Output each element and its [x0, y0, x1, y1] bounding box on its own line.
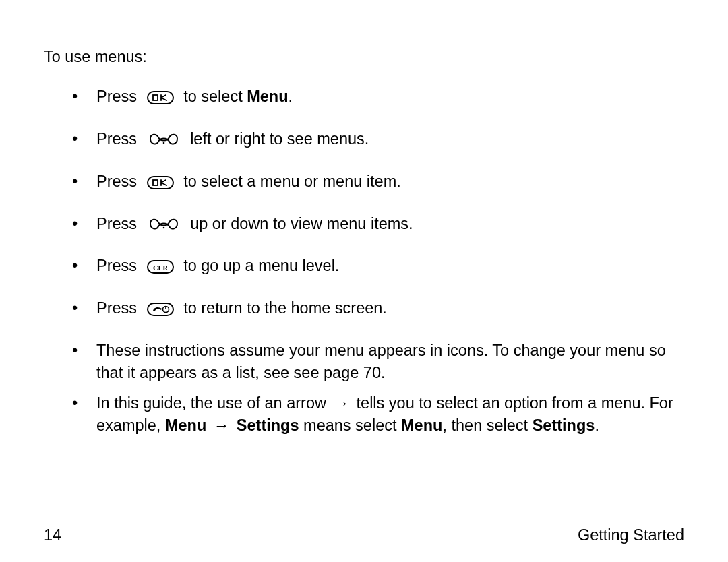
step-1-text-b: .: [289, 88, 293, 105]
arrow-note-b2: Settings: [237, 416, 299, 434]
press-label: Press: [96, 88, 137, 105]
svg-rect-5: [153, 180, 158, 185]
step-1-text-a: to select: [183, 88, 247, 105]
step-6-text: to return to the home screen.: [183, 299, 387, 317]
press-label: Press: [96, 257, 137, 274]
step-4: Press up or down to view menu items.: [72, 213, 684, 239]
press-label: Press: [96, 215, 137, 232]
arrow-note-p1: In this guide, the use of an arrow: [96, 394, 331, 412]
section-title: Getting Started: [578, 524, 684, 547]
page-number: 14: [44, 524, 61, 547]
arrow-note-b3: Menu: [401, 416, 442, 434]
nav-key-icon: [147, 131, 181, 154]
note-arrow: In this guide, the use of an arrow → tel…: [72, 392, 684, 437]
press-label: Press: [96, 299, 137, 317]
step-6: Press to return to the home screen.: [72, 297, 684, 323]
steps-list: Press to select Menu. Press left or righ…: [44, 86, 684, 437]
step-5-text: to go up a menu level.: [183, 257, 339, 274]
note-icons: These instructions assume your menu appe…: [72, 340, 684, 384]
nav-key-icon: [147, 216, 181, 239]
end-key-icon: [147, 301, 174, 323]
arrow-note-p4: means select: [299, 416, 402, 434]
arrow-note-p6: .: [595, 416, 599, 434]
svg-point-6: [162, 226, 164, 228]
step-2: Press left or right to see menus.: [72, 128, 684, 154]
svg-text:CLR: CLR: [153, 264, 169, 272]
arrow-note-p3: [206, 416, 211, 434]
svg-rect-2: [153, 95, 158, 100]
page-content: To use menus: Press to select Menu. Pres…: [0, 0, 728, 437]
step-5: Press CLR to go up a menu level.: [72, 255, 684, 281]
ok-key-icon: [147, 90, 174, 112]
ok-key-icon: [147, 175, 174, 197]
step-2-text: left or right to see menus.: [190, 130, 369, 148]
arrow-glyph-icon: →: [214, 414, 230, 437]
clr-key-icon: CLR: [147, 259, 174, 281]
press-label: Press: [96, 173, 137, 190]
svg-rect-1: [148, 92, 173, 104]
step-3: Press to select a menu or menu item.: [72, 170, 684, 197]
svg-point-3: [162, 142, 164, 144]
arrow-note-b1: Menu: [165, 416, 206, 434]
step-4-text: up or down to view menu items.: [190, 215, 413, 232]
arrow-note-p5: , then select: [442, 416, 532, 434]
arrow-note-b4: Settings: [533, 416, 595, 434]
step-1: Press to select Menu.: [72, 86, 684, 112]
intro-text: To use menus:: [44, 46, 684, 68]
press-label: Press: [96, 130, 137, 148]
note-icons-text: These instructions assume your menu appe…: [96, 342, 666, 381]
step-1-bold: Menu: [247, 88, 288, 105]
footer-rule: [44, 520, 684, 520]
step-3-text: to select a menu or menu item.: [183, 173, 401, 190]
page-footer: 14 Getting Started: [44, 520, 684, 547]
arrow-glyph-icon: →: [334, 392, 350, 414]
svg-rect-4: [148, 177, 173, 189]
